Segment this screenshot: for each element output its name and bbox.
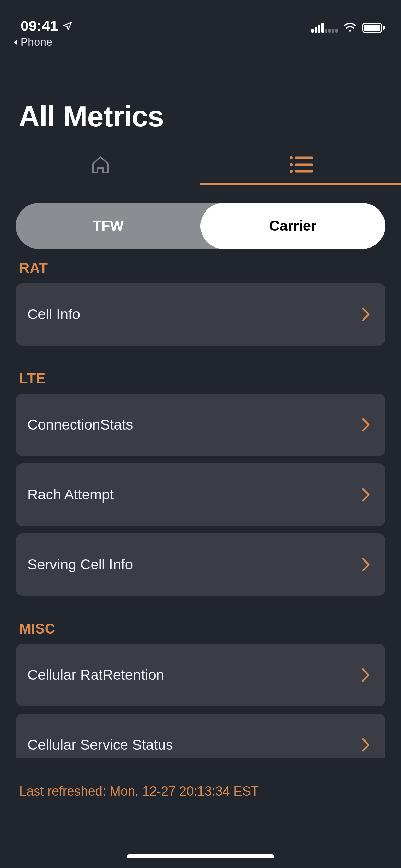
list-item-label: Cellular Service Status <box>27 737 173 753</box>
list-item-label: Rach Attempt <box>27 486 114 503</box>
list-item-cellular-service-status[interactable]: Cellular Service Status <box>16 714 385 758</box>
section-header-lte: LTE <box>0 361 401 394</box>
chevron-right-icon <box>361 417 371 432</box>
segmented-control: TFW Carrier <box>16 203 385 249</box>
chevron-right-icon <box>361 487 371 502</box>
chevron-right-icon <box>361 667 371 683</box>
cellular-signal-icon <box>311 23 338 33</box>
list-item-cellular-ratretention[interactable]: Cellular RatRetention <box>16 644 385 706</box>
tab-indicator <box>200 183 401 185</box>
status-right <box>311 23 385 34</box>
tab-list[interactable] <box>200 147 401 182</box>
svg-point-2 <box>290 163 293 166</box>
home-indicator[interactable] <box>127 854 274 858</box>
nav-tabs <box>0 147 401 182</box>
tab-home[interactable] <box>0 147 200 182</box>
section-header-rat: RAT <box>0 254 401 283</box>
segment-carrier-label: Carrier <box>269 218 317 234</box>
home-icon <box>89 154 111 176</box>
battery-icon <box>362 23 385 33</box>
status-time: 09:41 <box>21 18 58 34</box>
location-icon <box>62 21 73 31</box>
list-item-cell-info[interactable]: Cell Info <box>16 283 385 346</box>
page-title: All Metrics <box>19 99 164 133</box>
list-item-label: Serving Cell Info <box>27 556 133 573</box>
chevron-right-icon <box>361 557 371 572</box>
list-item-connectionstats[interactable]: ConnectionStats <box>16 394 385 456</box>
segment-tfw[interactable]: TFW <box>16 203 200 249</box>
list-item-label: Cellular RatRetention <box>27 667 164 683</box>
status-bar: 09:41 <box>0 0 401 34</box>
back-caret-icon <box>12 39 19 45</box>
list-item-rach-attempt[interactable]: Rach Attempt <box>16 463 385 526</box>
chevron-right-icon <box>361 307 371 322</box>
back-to-app[interactable]: Phone <box>12 36 52 48</box>
list-item-label: Cell Info <box>27 306 80 323</box>
segment-tfw-label: TFW <box>93 218 124 234</box>
wifi-icon <box>343 23 357 33</box>
svg-point-4 <box>290 170 293 173</box>
last-refreshed: Last refreshed: Mon, 12-27 20:13:34 EST <box>19 784 259 799</box>
segment-carrier[interactable]: Carrier <box>200 203 385 249</box>
content-scroll[interactable]: RAT Cell Info LTE ConnectionStats Rach A… <box>0 254 401 758</box>
status-left: 09:41 <box>21 18 73 34</box>
list-item-label: ConnectionStats <box>27 417 133 433</box>
chevron-right-icon <box>361 737 371 752</box>
back-to-app-label: Phone <box>21 36 52 48</box>
section-header-misc: MISC <box>0 611 401 644</box>
list-icon <box>289 155 313 174</box>
svg-point-0 <box>290 156 293 159</box>
list-item-serving-cell-info[interactable]: Serving Cell Info <box>16 533 385 596</box>
